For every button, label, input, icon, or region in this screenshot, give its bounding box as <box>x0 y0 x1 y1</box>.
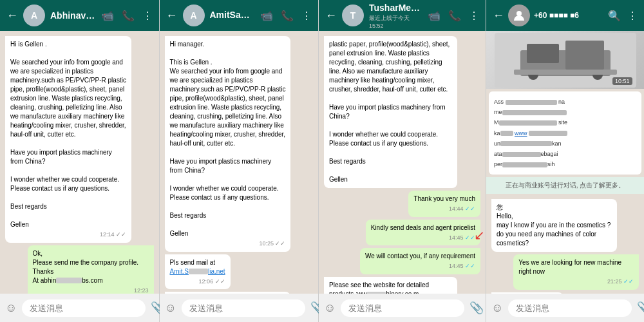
message-text: Yes we are looking for new machine right… <box>518 258 634 276</box>
contact-name-1: AbhinavRaman... <box>50 10 96 21</box>
header-icons-3: 📹 📞 ⋮ <box>428 10 479 22</box>
far-right-input-bar: ☺ 📎 🎤 <box>486 294 644 322</box>
back-button-2[interactable]: ← <box>166 9 178 23</box>
far-more-icon[interactable]: ⋮ <box>627 10 638 22</box>
message-received-5: Please see the website for detailed prod… <box>165 292 291 294</box>
message-text: We will contact you, if any requirement <box>365 252 475 261</box>
video-icon-1[interactable]: 📹 <box>101 10 114 22</box>
chat-panel-1: ← A AbhinavRaman... 📹 📞 ⋮ Hi is Gellen .… <box>0 0 160 322</box>
message-text: plastic paper, profile(wood&plastic), sh… <box>329 40 452 184</box>
message-time: 12:06 ✓✓ <box>170 278 225 286</box>
far-contact-name: +60 ■■■■ ■6 <box>534 11 604 20</box>
chat-panel-3: ← T TusharMehta塑... 最近上线于今天15:52 📹 📞 ⋮ p… <box>319 0 486 322</box>
far-header-icons: 🔍 ⋮ <box>608 10 638 22</box>
message-received-1: Hi is Gellen . We searched your info fro… <box>5 36 131 243</box>
avatar-3: T <box>342 5 364 26</box>
message-text: 您Hello,may I know if you are in the cosm… <box>497 203 612 248</box>
messages-area-3: plastic paper, profile(wood&plastic), sh… <box>319 31 486 294</box>
more-icon-1[interactable]: ⋮ <box>142 10 153 22</box>
avatar-1: A <box>23 5 45 26</box>
image-time-badge: 10:51 <box>612 77 632 85</box>
attach-icon-3[interactable]: 📎 <box>469 301 484 315</box>
message-time: 14:45 ✓✓ <box>371 234 475 242</box>
messages-area-1: Hi is Gellen . We searched your info fro… <box>0 31 159 294</box>
message-received-6: plastic paper, profile(wood&plastic), sh… <box>324 36 457 188</box>
back-button-3[interactable]: ← <box>325 9 337 23</box>
chat-input-bar-3: ☺ 📎 🎤 <box>319 294 486 322</box>
chat-input-bar-1: ☺ 📎 🎤 <box>0 294 159 322</box>
emoji-icon-1[interactable]: ☺ <box>5 301 17 315</box>
product-image: 10:51 <box>486 31 644 89</box>
video-icon-3[interactable]: 📹 <box>428 10 440 22</box>
far-search-icon[interactable]: 🔍 <box>608 10 621 22</box>
header-icons-2: 📹 📞 ⋮ <box>260 10 312 22</box>
message-text: Pls send mail atAmit.Slia.net <box>170 258 225 276</box>
message-sent-2: Thank you very much 14:44 ✓✓ <box>408 191 480 217</box>
svg-rect-2 <box>527 44 559 63</box>
message-text: Kindly send deals and agent pricelist <box>371 223 475 232</box>
emoji-icon-2[interactable]: ☺ <box>165 301 176 315</box>
chat-input-bar-2: ☺ 📎 🎤 <box>160 294 319 322</box>
message-sent-1: Ok,Please send me the company profile. T… <box>28 245 154 294</box>
far-chat-input[interactable] <box>508 299 632 317</box>
phone-icon-1[interactable]: 📞 <box>122 10 135 22</box>
far-right-header: ← +60 ■■■■ ■6 🔍 ⋮ <box>486 0 644 31</box>
message-sent-4: We will contact you, if any requirement … <box>360 248 480 274</box>
message-text: Thank you very much <box>413 194 475 204</box>
phone-icon-2[interactable]: 📞 <box>281 10 294 22</box>
svg-point-0 <box>516 11 522 16</box>
far-right-panel: ← +60 ■■■■ ■6 🔍 ⋮ <box>486 0 644 322</box>
message-sent-3: Kindly send deals and agent pricelist ↙ … <box>366 220 480 246</box>
message-time: 10:25 ✓✓ <box>170 240 286 248</box>
message-time: 21:25 ✓✓ <box>518 278 634 286</box>
chat-panel-2: ← A AmitSaha塑料... 📹 📞 ⋮ Hi manager. This… <box>160 0 319 322</box>
message-received-far-1: 您Hello,may I know if you are in the cosm… <box>491 199 617 252</box>
emoji-icon-3[interactable]: ☺ <box>324 301 336 315</box>
message-sent-far-1: Yes we are looking for new machine right… <box>513 254 639 290</box>
message-received-3: Hi manager. This is Gellen . We searched… <box>165 36 291 252</box>
status-text: 正在与商业账号进行对话, 点击了解更多。 <box>506 182 625 189</box>
svg-rect-3 <box>565 41 604 70</box>
messages-area-2: Hi manager. This is Gellen . We searched… <box>160 31 319 294</box>
attach-icon-far[interactable]: 📎 <box>637 301 644 315</box>
message-time: 12:14 ✓✓ <box>10 231 126 239</box>
message-text: Ok,Please send me the company profile. T… <box>33 249 149 285</box>
message-text: Please see the website for detailed prod… <box>329 281 452 294</box>
chat-header-2: ← A AmitSaha塑料... 📹 📞 ⋮ <box>160 0 319 31</box>
back-button-1[interactable]: ← <box>6 9 18 23</box>
contact-name-2: AmitSaha塑料... <box>210 10 256 21</box>
message-time: 14:45 ✓✓ <box>365 262 475 270</box>
video-icon-2[interactable]: 📹 <box>260 10 273 22</box>
message-time: 14:44 ✓✓ <box>413 205 475 213</box>
more-icon-2[interactable]: ⋮ <box>301 10 312 22</box>
message-received-7: Please see the website for detailed prod… <box>324 277 457 294</box>
contact-info-block: Ass na me M site ka www unkan ataebagai … <box>489 91 641 175</box>
chat-header-1: ← A AbhinavRaman... 📹 📞 ⋮ <box>0 0 159 31</box>
avatar-2: A <box>183 5 205 26</box>
business-status-bar[interactable]: 正在与商业账号进行对话, 点击了解更多。 <box>486 177 644 194</box>
svg-rect-6 <box>514 70 617 75</box>
contact-status-3: 最近上线于今天15:52 <box>369 14 422 29</box>
back-button-far[interactable]: ← <box>493 9 504 23</box>
contact-name-3: TusharMehta塑... <box>369 3 422 14</box>
message-text: Hi is Gellen . We searched your info fro… <box>10 40 126 229</box>
message-text: Hi manager. This is Gellen . We searched… <box>170 40 286 238</box>
chat-header-3: ← T TusharMehta塑... 最近上线于今天15:52 📹 📞 ⋮ <box>319 0 486 31</box>
message-received-far-2: Thank you very much ✓✓ <box>491 292 564 294</box>
chat-input-3[interactable] <box>341 299 464 317</box>
far-right-messages: 您Hello,may I know if you are in the cosm… <box>486 194 644 294</box>
message-time: 12:23 <box>33 287 149 294</box>
emoji-icon-far[interactable]: ☺ <box>491 301 503 315</box>
avatar-far <box>508 5 530 26</box>
header-icons-1: 📹 📞 ⋮ <box>101 10 153 22</box>
phone-icon-3[interactable]: 📞 <box>448 10 461 22</box>
message-received-4: Pls send mail atAmit.Slia.net 12:06 ✓✓ <box>165 254 231 290</box>
chat-input-1[interactable] <box>22 299 146 317</box>
chat-input-2[interactable] <box>182 299 305 317</box>
more-icon-3[interactable]: ⋮ <box>469 10 479 22</box>
